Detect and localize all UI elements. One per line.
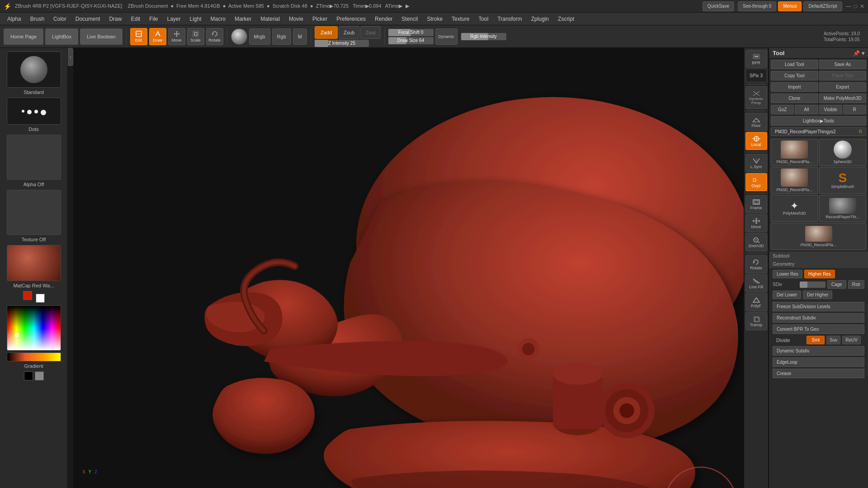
alpha-off-preview[interactable] (7, 135, 61, 180)
gray-swatch[interactable] (35, 371, 44, 380)
menu-layer[interactable]: Layer (163, 15, 185, 23)
lightbox-button[interactable]: LightBox (45, 28, 78, 45)
background-color-swatch[interactable] (36, 294, 45, 303)
subtool-section-title[interactable]: Subtool (769, 252, 868, 260)
matcap-preview[interactable] (7, 245, 61, 281)
sdiv-slider[interactable] (800, 282, 825, 288)
menu-brush[interactable]: Brush (26, 15, 49, 23)
load-tool-button[interactable]: Load Tool (771, 60, 818, 69)
edgeloop-button[interactable]: EdgeLoop (773, 357, 864, 367)
menu-macro[interactable]: Macro (206, 15, 230, 23)
draw-size-slider[interactable]: Draw Size 64 (388, 37, 434, 44)
reconstruct-subdiv-button[interactable]: Reconstruct Subdiv (773, 313, 864, 323)
foreground-color-swatch[interactable] (23, 291, 32, 300)
menu-marker[interactable]: Marker (230, 15, 256, 23)
panel-collapse-icon[interactable]: ▾ (862, 50, 864, 56)
menu-picker[interactable]: Picker (308, 15, 332, 23)
strip-move-button[interactable]: Move (745, 214, 767, 232)
zout-button[interactable]: Zout (360, 26, 380, 39)
dynamic-persp-button[interactable]: Dynamic Persp (745, 86, 767, 109)
import-button[interactable]: Import (771, 82, 818, 92)
brush-dots-preview[interactable] (7, 98, 61, 125)
save-as-button[interactable]: Save As (819, 60, 867, 69)
menu-transform[interactable]: Transform (493, 15, 526, 23)
clone-button[interactable]: Clone (771, 94, 818, 103)
copy-tool-button[interactable]: Copy Tool (771, 71, 818, 80)
mrgb-button[interactable]: Mrgb (249, 28, 270, 45)
r-label-button[interactable]: R (843, 105, 866, 114)
export-button[interactable]: Export (819, 82, 867, 92)
focal-shift-slider[interactable]: Focal Shift 0 (388, 29, 434, 36)
menu-edit[interactable]: Edit (126, 15, 145, 23)
visible-button[interactable]: Visible (819, 105, 842, 114)
current-tool-row[interactable]: PM3D_RecordPlayerThingys2 R (771, 127, 866, 136)
menu-render[interactable]: Render (370, 15, 397, 23)
default-zscript-button[interactable]: DefaultZScript (803, 1, 842, 11)
menus-button[interactable]: Menus (778, 1, 802, 11)
xyz-button[interactable]: Ω Oxyz (745, 173, 767, 191)
reuv-button[interactable]: ReUV (842, 336, 861, 344)
tool-thumb-pm3d-2[interactable]: PM3D_RecordPla... (771, 167, 818, 194)
menu-color[interactable]: Color (49, 15, 71, 23)
texture-off-preview[interactable] (7, 190, 61, 235)
menu-light[interactable]: Light (185, 15, 206, 23)
menu-alpha[interactable]: Alpha (3, 15, 26, 23)
menu-tool[interactable]: Tool (474, 15, 493, 23)
move-button[interactable]: Move (168, 28, 185, 45)
paste-tool-button[interactable]: Paste Tool (819, 71, 867, 80)
bpr-button[interactable]: BPR (745, 50, 767, 68)
menu-texture[interactable]: Texture (447, 15, 474, 23)
brush-standard-preview[interactable] (7, 52, 61, 88)
crease-button[interactable]: Crease (773, 369, 864, 378)
menu-preferences[interactable]: Preferences (332, 15, 370, 23)
tool-thumb-pm3d-3[interactable]: PM3D_RecordPla... (771, 223, 866, 250)
edit-button[interactable]: Edit (130, 28, 147, 45)
dynamic-button[interactable]: Dynamic (435, 28, 458, 45)
cage-button[interactable]: Cage (827, 280, 846, 289)
dynamic-subdiv-button[interactable]: Dynamic Subdiv (773, 346, 864, 356)
gradient-bar[interactable] (7, 352, 61, 361)
quicksave-button[interactable]: QuickSave (703, 1, 734, 11)
black-swatch[interactable] (24, 371, 33, 380)
make-polymesh3d-button[interactable]: Make PolyMesh3D (819, 94, 867, 103)
material-sphere-preview[interactable] (231, 28, 247, 45)
linefill-button[interactable]: Line Fill (745, 274, 767, 292)
menu-draw[interactable]: Draw (104, 15, 126, 23)
z-intensity-slider[interactable]: Z Intensity 25 (315, 40, 369, 47)
menu-movie[interactable]: Movie (284, 15, 308, 23)
floor-button[interactable]: Floor (745, 113, 767, 131)
menu-file[interactable]: File (145, 15, 162, 23)
m-button[interactable]: M (293, 28, 307, 45)
tool-thumb-polymesh3d[interactable]: ✦ PolyMesh3D (771, 195, 818, 222)
zoom3d-button[interactable]: Zoom3D (745, 233, 767, 251)
geometry-section-title[interactable]: Geometry (769, 260, 868, 268)
minimize-icon[interactable]: — (846, 3, 851, 9)
suv-button[interactable]: Suv (826, 336, 840, 344)
lightbox-tools-button[interactable]: Lightbox▶Tools (771, 116, 866, 126)
menu-stroke[interactable]: Stroke (422, 15, 447, 23)
menu-zscript[interactable]: Zscript (553, 15, 579, 23)
transp-button[interactable]: Transp (745, 312, 767, 330)
menu-zplugin[interactable]: Zplugin (527, 15, 553, 23)
color-picker[interactable] (7, 305, 61, 351)
polyf-button[interactable]: PolyF (745, 293, 767, 311)
rgb-button[interactable]: Rgb (272, 28, 291, 45)
convert-bpr-button[interactable]: Convert BPR To Geo (773, 324, 864, 334)
rgb-intensity-slider[interactable]: Rgb Intensity (461, 33, 506, 40)
menu-stencil[interactable]: Stencil (397, 15, 422, 23)
left-panel-collapse-tab[interactable]: ‹ (68, 48, 73, 66)
tool-thumb-recordplayer[interactable]: RecordPlayerThi... (819, 195, 867, 222)
see-through-button[interactable]: See-through 0 (738, 1, 776, 11)
close-icon[interactable]: ✕ (860, 3, 864, 9)
menu-material[interactable]: Material (256, 15, 284, 23)
home-page-button[interactable]: Home Page (4, 28, 43, 45)
tool-thumb-pm3d-1[interactable]: PM3D_RecordPla... (771, 139, 818, 166)
tool-thumb-simplebrush[interactable]: S SimpleBrush (819, 167, 867, 194)
maximize-icon[interactable]: □ (854, 3, 857, 9)
tool-thumb-sphere3d[interactable]: Sphere3D (819, 139, 867, 166)
zsub-button[interactable]: Zsub (339, 26, 359, 39)
live-boolean-button[interactable]: Live Boolean (80, 28, 123, 45)
zadd-button[interactable]: Zadd (315, 26, 338, 39)
menu-document[interactable]: Document (71, 15, 105, 23)
rotate-button[interactable]: Rotate (206, 28, 223, 45)
